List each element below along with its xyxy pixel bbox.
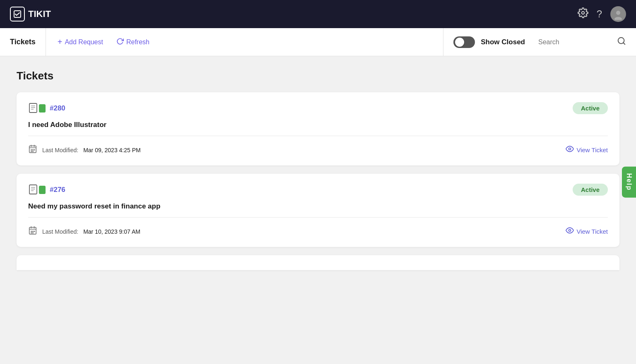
app-name: TIKIT <box>28 9 51 19</box>
page-title: Tickets <box>17 69 619 82</box>
svg-rect-29 <box>32 231 34 232</box>
last-modified-date: Mar 10, 2023 9:07 AM <box>83 228 140 235</box>
ticket-id: #280 <box>50 104 65 113</box>
svg-rect-31 <box>31 232 32 234</box>
ticket-id-area: #280 <box>28 103 65 114</box>
search-input[interactable] <box>538 38 613 46</box>
add-request-label: Add Request <box>65 38 103 46</box>
ticket-header: #280 Active <box>28 102 608 114</box>
ticket-id-area: #276 <box>28 184 65 196</box>
ticket-meta: Last Modified: Mar 10, 2023 9:07 AM <box>28 226 140 237</box>
ticket-meta: Last Modified: Mar 09, 2023 4:25 PM <box>28 144 141 156</box>
ticket-type-icon <box>28 184 46 196</box>
show-closed-label: Show Closed <box>481 38 525 46</box>
status-badge: Active <box>573 102 608 114</box>
show-closed-toggle[interactable] <box>453 36 475 48</box>
refresh-icon <box>116 38 124 47</box>
svg-rect-32 <box>32 232 34 234</box>
toggle-knob <box>455 38 464 47</box>
eye-icon <box>566 226 574 237</box>
ticket-footer: Last Modified: Mar 09, 2023 4:25 PM View… <box>28 144 608 156</box>
avatar[interactable] <box>610 6 626 22</box>
plus-icon: + <box>58 37 63 47</box>
logo: TIKIT <box>10 7 51 22</box>
toolbar-right: Show Closed <box>443 28 636 56</box>
last-modified-label: Last Modified: <box>42 228 78 235</box>
calendar-icon <box>28 144 37 156</box>
svg-rect-30 <box>34 231 35 232</box>
ticket-footer: Last Modified: Mar 10, 2023 9:07 AM View… <box>28 226 608 237</box>
nav-right: ? <box>578 6 626 22</box>
help-tab[interactable]: Help <box>622 167 636 198</box>
svg-point-19 <box>569 148 571 150</box>
main-content: Tickets #280 Active I need Adobe Illustr… <box>0 56 636 364</box>
top-nav: TIKIT ? <box>0 0 636 28</box>
svg-rect-6 <box>29 103 37 113</box>
help-tab-label: Help <box>626 173 633 191</box>
ticket-subject: I need Adobe Illustrator <box>28 121 608 136</box>
search-area <box>538 36 626 48</box>
toolbar: Tickets + Add Request Refresh Show Close… <box>0 28 636 56</box>
svg-line-5 <box>623 43 625 44</box>
logo-icon <box>10 7 25 22</box>
refresh-label: Refresh <box>126 38 149 46</box>
view-ticket-label: View Ticket <box>576 228 608 235</box>
settings-icon[interactable] <box>578 7 588 21</box>
refresh-button[interactable]: Refresh <box>110 34 156 50</box>
svg-rect-14 <box>31 149 32 151</box>
view-ticket-label: View Ticket <box>576 146 608 153</box>
svg-point-3 <box>614 17 622 20</box>
toolbar-left: Tickets <box>0 28 46 56</box>
svg-rect-17 <box>31 151 32 152</box>
last-modified-label: Last Modified: <box>42 147 78 153</box>
toolbar-tickets-label: Tickets <box>10 38 36 46</box>
ticket-status-dot <box>39 104 46 113</box>
ticket-id: #276 <box>50 186 65 194</box>
search-icon[interactable] <box>617 36 626 48</box>
toolbar-actions: + Add Request Refresh <box>46 34 443 50</box>
ticket-card: #280 Active I need Adobe Illustrator <box>17 92 619 165</box>
ticket-header: #276 Active <box>28 184 608 196</box>
svg-point-1 <box>581 12 584 14</box>
ticket-type-icon <box>28 103 46 114</box>
svg-point-2 <box>616 11 620 15</box>
add-request-button[interactable]: + Add Request <box>58 34 110 50</box>
svg-rect-28 <box>31 231 32 232</box>
svg-rect-15 <box>32 149 34 151</box>
svg-rect-20 <box>29 185 37 194</box>
ticket-card: #276 Active Need my password reset in fi… <box>17 174 619 247</box>
view-ticket-button[interactable]: View Ticket <box>566 145 608 155</box>
calendar-icon <box>28 226 37 237</box>
ticket-card-partial <box>17 255 619 270</box>
svg-point-33 <box>569 230 571 232</box>
last-modified-date: Mar 09, 2023 4:25 PM <box>83 147 141 153</box>
help-question-icon[interactable]: ? <box>597 8 602 20</box>
svg-rect-16 <box>34 149 35 151</box>
eye-icon <box>566 145 574 155</box>
status-badge: Active <box>573 184 608 196</box>
svg-rect-18 <box>32 151 34 152</box>
ticket-subject: Need my password reset in finance app <box>28 202 608 218</box>
show-closed-toggle-area: Show Closed <box>453 36 525 48</box>
ticket-status-dot <box>39 186 46 194</box>
view-ticket-button[interactable]: View Ticket <box>566 226 608 237</box>
